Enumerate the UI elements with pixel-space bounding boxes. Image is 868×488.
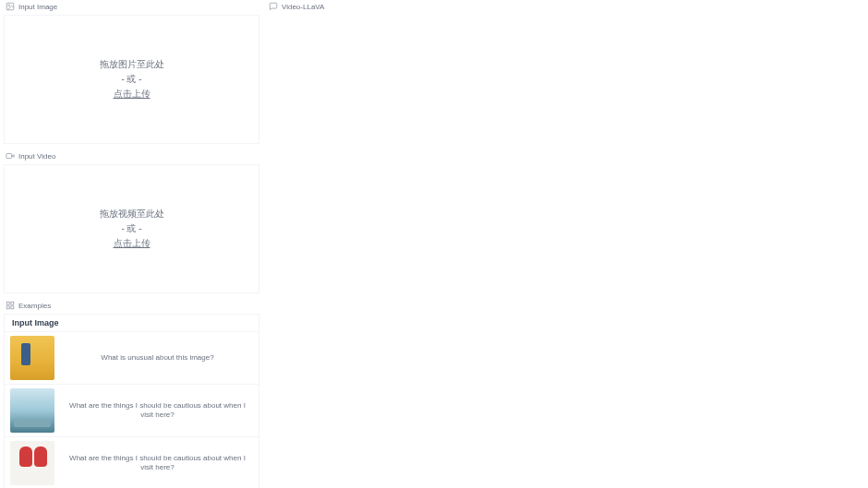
image-dropzone[interactable]: 拖放图片至此处 - 或 - 点击上传 — [4, 15, 259, 144]
svg-rect-6 — [11, 306, 14, 309]
video-drop-or: - 或 - — [121, 222, 141, 235]
examples-table: Input Image What is unusual about this i… — [4, 314, 259, 488]
video-dropzone[interactable]: 拖放视频至此处 - 或 - 点击上传 — [4, 164, 259, 293]
svg-rect-3 — [6, 302, 9, 304]
input-image-panel: Input Image 拖放图片至此处 - 或 - 点击上传 — [0, 0, 263, 149]
left-column: Input Image 拖放图片至此处 - 或 - 点击上传 Input Vid… — [0, 0, 263, 488]
example-row[interactable]: What are the things I should be cautious… — [5, 385, 259, 437]
input-video-header: Input Video — [0, 149, 263, 162]
image-icon — [6, 2, 15, 11]
svg-rect-4 — [11, 302, 14, 304]
svg-point-1 — [8, 5, 10, 6]
example-row[interactable]: What is unusual about this image? — [5, 332, 259, 385]
input-video-panel: Input Video 拖放视频至此处 - 或 - 点击上传 — [0, 149, 263, 299]
example-thumb — [10, 388, 54, 433]
example-row[interactable]: What are the things I should be cautious… — [5, 437, 259, 488]
examples-icon — [6, 301, 15, 310]
video-drop-click: 点击上传 — [114, 237, 151, 250]
example-prompt: What are the things I should be cautious… — [62, 401, 253, 421]
input-image-header: Input Image — [0, 0, 263, 13]
chatbot-title: Video-LLaVA — [282, 3, 324, 11]
chatbot-header: Video-LLaVA — [263, 0, 868, 13]
input-video-label: Input Video — [18, 152, 55, 161]
app-root: Input Image 拖放图片至此处 - 或 - 点击上传 Input Vid… — [0, 0, 868, 488]
svg-rect-5 — [6, 306, 9, 309]
examples-column-header: Input Image — [5, 315, 259, 332]
right-column: Video-LLaVA — [263, 0, 868, 488]
examples-header: Examples — [0, 299, 263, 312]
image-drop-click: 点击上传 — [114, 88, 151, 101]
input-image-label: Input Image — [18, 3, 57, 11]
image-drop-main: 拖放图片至此处 — [100, 58, 164, 71]
image-drop-or: - 或 - — [121, 73, 141, 86]
chat-icon — [269, 2, 278, 11]
example-thumb — [10, 441, 54, 485]
video-drop-main: 拖放视频至此处 — [100, 208, 164, 220]
example-prompt: What are the things I should be cautious… — [62, 454, 253, 473]
video-icon — [6, 151, 15, 161]
example-thumb — [10, 336, 54, 380]
example-prompt: What is unusual about this image? — [62, 353, 253, 363]
examples-panel: Examples Input Image What is unusual abo… — [0, 299, 263, 488]
examples-label: Examples — [18, 302, 51, 310]
